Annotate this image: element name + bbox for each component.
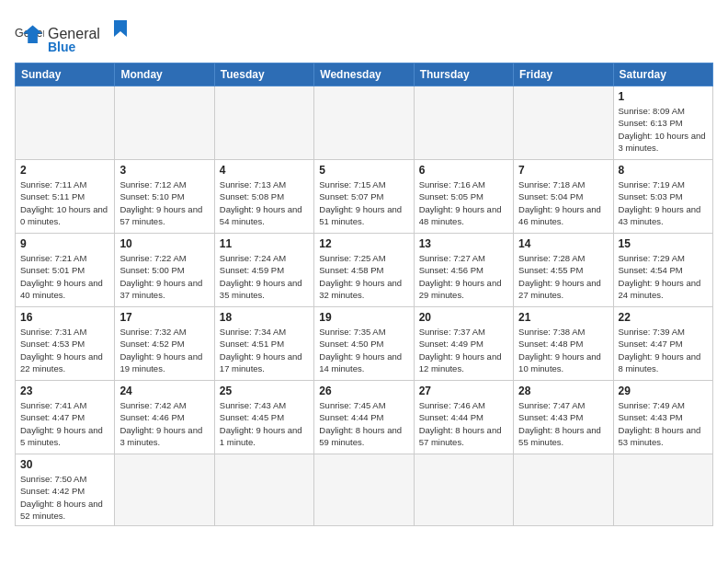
calendar-cell [514,86,613,160]
day-number: 11 [220,237,309,250]
day-number: 27 [419,385,508,397]
day-info: Sunrise: 7:16 AM Sunset: 5:05 PM Dayligh… [419,178,508,227]
day-number: 16 [20,311,109,324]
calendar-cell: 19Sunrise: 7:35 AM Sunset: 4:50 PM Dayli… [314,307,414,381]
day-info: Sunrise: 7:27 AM Sunset: 4:56 PM Dayligh… [419,252,508,301]
calendar-cell [115,454,214,526]
day-number: 4 [220,164,309,177]
calendar-week-row: 9Sunrise: 7:21 AM Sunset: 5:01 PM Daylig… [16,234,713,307]
calendar-cell: 15Sunrise: 7:29 AM Sunset: 4:54 PM Dayli… [613,234,712,307]
day-info: Sunrise: 7:32 AM Sunset: 4:52 PM Dayligh… [119,326,209,374]
calendar-cell [613,454,712,526]
calendar-cell: 2Sunrise: 7:11 AM Sunset: 5:11 PM Daylig… [16,160,115,234]
calendar-cell: 3Sunrise: 7:12 AM Sunset: 5:10 PM Daylig… [115,160,214,234]
calendar-cell: 14Sunrise: 7:28 AM Sunset: 4:55 PM Dayli… [514,234,613,307]
day-info: Sunrise: 7:25 AM Sunset: 4:58 PM Dayligh… [319,252,408,301]
day-number: 10 [119,237,209,250]
calendar-cell: 23Sunrise: 7:41 AM Sunset: 4:47 PM Dayli… [16,381,115,454]
day-info: Sunrise: 7:41 AM Sunset: 4:47 PM Dayligh… [20,399,109,448]
day-info: Sunrise: 7:21 AM Sunset: 5:01 PM Dayligh… [20,252,109,301]
weekday-header-row: SundayMondayTuesdayWednesdayThursdayFrid… [16,63,713,86]
day-info: Sunrise: 7:19 AM Sunset: 5:03 PM Dayligh… [619,178,708,227]
day-number: 6 [419,164,508,177]
calendar-cell [514,454,613,526]
weekday-header-thursday: Thursday [414,63,513,86]
weekday-header-friday: Friday [514,63,613,86]
calendar-cell: 27Sunrise: 7:46 AM Sunset: 4:44 PM Dayli… [414,381,513,454]
calendar-cell: 29Sunrise: 7:49 AM Sunset: 4:43 PM Dayli… [613,381,712,454]
calendar-cell: 13Sunrise: 7:27 AM Sunset: 4:56 PM Dayli… [414,234,513,307]
weekday-header-saturday: Saturday [613,63,712,86]
day-info: Sunrise: 7:18 AM Sunset: 5:04 PM Dayligh… [518,178,608,227]
day-number: 19 [319,311,408,324]
day-info: Sunrise: 7:43 AM Sunset: 4:45 PM Dayligh… [220,399,309,448]
calendar-cell: 18Sunrise: 7:34 AM Sunset: 4:51 PM Dayli… [214,307,313,381]
calendar-cell: 30Sunrise: 7:50 AM Sunset: 4:42 PM Dayli… [16,454,115,526]
calendar-cell [314,86,414,160]
day-number: 13 [419,237,508,250]
day-number: 15 [619,237,708,250]
day-info: Sunrise: 7:12 AM Sunset: 5:10 PM Dayligh… [119,178,209,227]
calendar-cell: 26Sunrise: 7:45 AM Sunset: 4:44 PM Dayli… [314,381,414,454]
day-info: Sunrise: 7:39 AM Sunset: 4:47 PM Dayligh… [619,326,708,374]
calendar-week-row: 1Sunrise: 8:09 AM Sunset: 6:13 PM Daylig… [16,86,713,160]
calendar-cell [314,454,414,526]
day-info: Sunrise: 7:42 AM Sunset: 4:46 PM Dayligh… [119,399,209,448]
day-info: Sunrise: 7:50 AM Sunset: 4:42 PM Dayligh… [20,473,109,522]
calendar-cell: 22Sunrise: 7:39 AM Sunset: 4:47 PM Dayli… [613,307,712,381]
day-number: 24 [119,385,209,397]
day-info: Sunrise: 7:38 AM Sunset: 4:48 PM Dayligh… [518,326,608,374]
day-info: Sunrise: 8:09 AM Sunset: 6:13 PM Dayligh… [619,105,708,154]
calendar-cell: 21Sunrise: 7:38 AM Sunset: 4:48 PM Dayli… [514,307,613,381]
day-info: Sunrise: 7:24 AM Sunset: 4:59 PM Dayligh… [220,252,309,301]
day-number: 8 [619,164,708,177]
day-info: Sunrise: 7:31 AM Sunset: 4:53 PM Dayligh… [20,326,109,374]
calendar-cell [414,454,513,526]
day-number: 9 [20,237,109,250]
calendar-week-row: 2Sunrise: 7:11 AM Sunset: 5:11 PM Daylig… [16,160,713,234]
day-info: Sunrise: 7:28 AM Sunset: 4:55 PM Dayligh… [518,252,608,301]
day-number: 2 [20,164,109,177]
day-number: 18 [220,311,309,324]
calendar-cell [414,86,513,160]
day-info: Sunrise: 7:46 AM Sunset: 4:44 PM Dayligh… [419,399,508,448]
calendar-week-row: 16Sunrise: 7:31 AM Sunset: 4:53 PM Dayli… [16,307,713,381]
calendar-cell [115,86,214,160]
day-number: 20 [419,311,508,324]
day-number: 30 [20,458,109,471]
calendar-cell: 7Sunrise: 7:18 AM Sunset: 5:04 PM Daylig… [514,160,613,234]
calendar-week-row: 30Sunrise: 7:50 AM Sunset: 4:42 PM Dayli… [16,454,713,526]
day-info: Sunrise: 7:11 AM Sunset: 5:11 PM Dayligh… [20,178,109,227]
calendar-cell: 9Sunrise: 7:21 AM Sunset: 5:01 PM Daylig… [16,234,115,307]
day-number: 21 [518,311,608,324]
weekday-header-tuesday: Tuesday [214,63,313,86]
calendar-cell: 11Sunrise: 7:24 AM Sunset: 4:59 PM Dayli… [214,234,313,307]
day-info: Sunrise: 7:47 AM Sunset: 4:43 PM Dayligh… [518,399,608,448]
calendar-cell: 17Sunrise: 7:32 AM Sunset: 4:52 PM Dayli… [115,307,214,381]
calendar-cell [214,86,313,160]
day-number: 29 [619,385,708,397]
day-number: 22 [619,311,708,324]
day-info: Sunrise: 7:15 AM Sunset: 5:07 PM Dayligh… [319,178,408,227]
day-number: 23 [20,385,109,397]
calendar-cell: 1Sunrise: 8:09 AM Sunset: 6:13 PM Daylig… [613,86,712,160]
day-info: Sunrise: 7:45 AM Sunset: 4:44 PM Dayligh… [319,399,408,448]
day-info: Sunrise: 7:35 AM Sunset: 4:50 PM Dayligh… [319,326,408,374]
calendar-cell: 25Sunrise: 7:43 AM Sunset: 4:45 PM Dayli… [214,381,313,454]
calendar-cell [214,454,313,526]
day-info: Sunrise: 7:37 AM Sunset: 4:49 PM Dayligh… [419,326,508,374]
svg-marker-4 [114,20,127,37]
svg-text:Blue: Blue [48,40,76,52]
calendar-cell: 6Sunrise: 7:16 AM Sunset: 5:05 PM Daylig… [414,160,513,234]
calendar-table: SundayMondayTuesdayWednesdayThursdayFrid… [15,63,713,526]
calendar-cell: 24Sunrise: 7:42 AM Sunset: 4:46 PM Dayli… [115,381,214,454]
day-number: 7 [518,164,608,177]
logo: General General Blue [15,18,131,55]
calendar-cell: 16Sunrise: 7:31 AM Sunset: 4:53 PM Dayli… [16,307,115,381]
day-number: 28 [518,385,608,397]
calendar-cell: 4Sunrise: 7:13 AM Sunset: 5:08 PM Daylig… [214,160,313,234]
logo-icon: General [15,22,44,52]
day-info: Sunrise: 7:34 AM Sunset: 4:51 PM Dayligh… [220,326,309,374]
calendar-cell [16,86,115,160]
weekday-header-monday: Monday [115,63,214,86]
